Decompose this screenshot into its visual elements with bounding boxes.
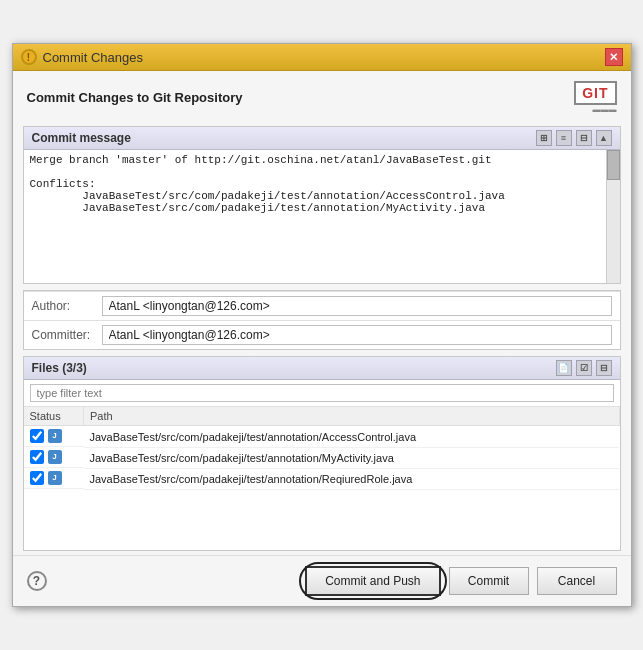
icon-2[interactable]: ≡: [556, 130, 572, 146]
title-bar: ! Commit Changes ✕: [13, 44, 631, 71]
file-status-cell: J: [24, 447, 84, 468]
title-bar-left: ! Commit Changes: [21, 49, 143, 65]
files-icon-3[interactable]: ⊟: [596, 360, 612, 376]
author-committer-section: Author: Committer:: [23, 290, 621, 350]
committer-row: Committer:: [24, 320, 620, 349]
files-header: Files (3/3) 📄 ☑ ⊟: [24, 357, 620, 380]
file-type-icon: J: [48, 471, 62, 485]
help-button[interactable]: ?: [27, 571, 47, 591]
file-checkbox[interactable]: [30, 450, 44, 464]
button-row: ? Commit and Push Commit Cancel: [13, 555, 631, 606]
icon-4[interactable]: ▲: [596, 130, 612, 146]
commit-message-header: Commit message ⊞ ≡ ⊟ ▲: [24, 127, 620, 150]
cancel-button[interactable]: Cancel: [537, 567, 617, 595]
file-type-icon: J: [48, 429, 62, 443]
files-table-body: J JavaBaseTest/src/com/padakeji/test/ann…: [24, 426, 620, 490]
file-path-cell: JavaBaseTest/src/com/padakeji/test/annot…: [84, 468, 620, 489]
files-label: Files (3/3): [32, 361, 87, 375]
commit-message-section: Commit message ⊞ ≡ ⊟ ▲: [23, 126, 621, 284]
table-row: J JavaBaseTest/src/com/padakeji/test/ann…: [24, 468, 620, 489]
commit-message-label: Commit message: [32, 131, 131, 145]
table-row: J JavaBaseTest/src/com/padakeji/test/ann…: [24, 426, 620, 448]
dialog: ! Commit Changes ✕ Commit Changes to Git…: [12, 43, 632, 607]
file-status-cell: J: [24, 468, 84, 489]
help-icon-text: ?: [33, 574, 40, 588]
files-header-icons: 📄 ☑ ⊟: [556, 360, 612, 376]
author-label: Author:: [32, 299, 102, 313]
scrollbar[interactable]: [606, 150, 620, 283]
col-path: Path: [84, 407, 620, 426]
commit-message-wrapper: [24, 150, 620, 283]
file-path-cell: JavaBaseTest/src/com/padakeji/test/annot…: [84, 447, 620, 468]
files-table-header-row: Status Path: [24, 407, 620, 426]
commit-message-textarea[interactable]: [24, 150, 620, 280]
commit-and-push-button[interactable]: Commit and Push: [305, 566, 440, 596]
scrollbar-thumb[interactable]: [607, 150, 620, 180]
title-bar-text: Commit Changes: [43, 50, 143, 65]
committer-label: Committer:: [32, 328, 102, 342]
files-icon-2[interactable]: ☑: [576, 360, 592, 376]
icon-3[interactable]: ⊟: [576, 130, 592, 146]
files-table-head: Status Path: [24, 407, 620, 426]
filter-input[interactable]: [30, 384, 614, 402]
commit-message-icons: ⊞ ≡ ⊟ ▲: [536, 130, 612, 146]
file-path-cell: JavaBaseTest/src/com/padakeji/test/annot…: [84, 426, 620, 448]
file-status-cell: J: [24, 426, 84, 447]
files-empty-space: [24, 490, 620, 550]
file-checkbox[interactable]: [30, 471, 44, 485]
commit-button[interactable]: Commit: [449, 567, 529, 595]
files-table: Status Path J JavaBaseTest/src/com/padak…: [24, 407, 620, 490]
file-type-icon: J: [48, 450, 62, 464]
table-row: J JavaBaseTest/src/com/padakeji/test/ann…: [24, 447, 620, 468]
filter-row: [24, 380, 620, 407]
dialog-header: Commit Changes to Git Repository GIT ▬▬▬: [13, 71, 631, 122]
author-input[interactable]: [102, 296, 612, 316]
git-logo: GIT: [574, 81, 616, 105]
author-row: Author:: [24, 291, 620, 320]
files-icon-1[interactable]: 📄: [556, 360, 572, 376]
dialog-header-title: Commit Changes to Git Repository: [27, 90, 243, 105]
col-status: Status: [24, 407, 84, 426]
icon-1[interactable]: ⊞: [536, 130, 552, 146]
committer-input[interactable]: [102, 325, 612, 345]
files-section: Files (3/3) 📄 ☑ ⊟ Status Path J: [23, 356, 621, 551]
close-button[interactable]: ✕: [605, 48, 623, 66]
file-checkbox[interactable]: [30, 429, 44, 443]
git-logo-sub: ▬▬▬: [574, 105, 616, 114]
dialog-icon: !: [21, 49, 37, 65]
git-logo-container: GIT ▬▬▬: [574, 81, 616, 114]
